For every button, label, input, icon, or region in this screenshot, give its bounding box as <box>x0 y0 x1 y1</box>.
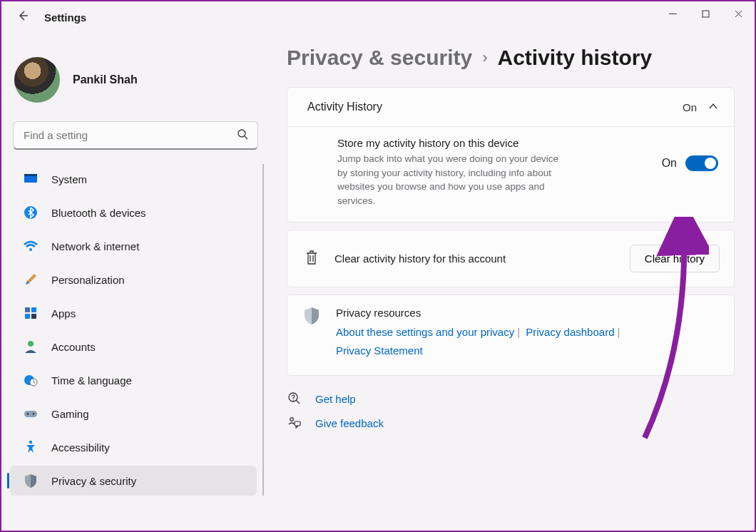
feedback-icon <box>287 416 302 430</box>
activity-history-header[interactable]: Activity History On <box>287 88 734 127</box>
paintbrush-icon <box>23 272 39 287</box>
link-about-settings[interactable]: About these settings and your privacy <box>336 326 514 338</box>
search-input[interactable] <box>13 121 258 150</box>
chevron-right-icon: › <box>482 48 487 67</box>
link-privacy-dashboard[interactable]: Privacy dashboard <box>526 326 614 338</box>
svg-rect-13 <box>25 314 30 319</box>
activity-history-card: Activity History On Store my activity hi… <box>287 87 735 222</box>
sidebar-item-apps[interactable]: Apps <box>10 298 257 328</box>
svg-rect-1 <box>703 11 709 17</box>
sidebar-item-label: Accessibility <box>51 441 110 454</box>
display-icon <box>23 171 39 187</box>
sidebar-item-personalization[interactable]: Personalization <box>10 265 257 295</box>
avatar <box>14 57 60 103</box>
svg-rect-12 <box>31 307 36 312</box>
minimize-button[interactable] <box>656 1 689 26</box>
apps-icon <box>23 305 39 321</box>
svg-point-21 <box>27 413 29 415</box>
sidebar-item-system[interactable]: System <box>10 164 257 194</box>
help-icon <box>287 392 302 406</box>
link-privacy-statement[interactable]: Privacy Statement <box>336 344 423 357</box>
window-controls <box>656 1 755 26</box>
sidebar-item-label: Apps <box>51 307 76 319</box>
sidebar-item-label: Network & internet <box>51 240 139 252</box>
sidebar-item-label: System <box>51 173 87 185</box>
svg-rect-8 <box>24 174 37 176</box>
clear-history-card: Clear activity history for this account … <box>287 230 735 287</box>
store-activity-toggle[interactable] <box>685 155 718 171</box>
svg-point-15 <box>28 341 34 347</box>
breadcrumb-parent[interactable]: Privacy & security <box>287 46 472 70</box>
toggle-label: On <box>662 157 677 170</box>
sidebar-item-network[interactable]: Network & internet <box>10 231 257 261</box>
page-title: Activity history <box>497 46 652 70</box>
svg-point-27 <box>290 418 294 421</box>
user-name: Pankil Shah <box>73 73 138 86</box>
back-button[interactable] <box>17 10 29 24</box>
sidebar-item-label: Privacy & security <box>51 475 136 487</box>
svg-line-6 <box>245 136 247 139</box>
sidebar-item-label: Gaming <box>51 408 89 420</box>
sidebar-item-privacy-security[interactable]: Privacy & security <box>10 466 257 496</box>
sidebar-item-bluetooth[interactable]: Bluetooth & devices <box>10 198 257 227</box>
card-title: Activity History <box>307 101 382 113</box>
give-feedback-link[interactable]: Give feedback <box>315 417 384 429</box>
clock-globe-icon <box>23 372 39 388</box>
svg-rect-14 <box>31 314 36 319</box>
shield-icon <box>23 473 39 488</box>
person-icon <box>23 339 39 354</box>
chevron-up-icon <box>708 101 718 113</box>
search-icon <box>237 128 248 143</box>
profile[interactable]: Pankil Shah <box>7 44 264 118</box>
privacy-resources-card: Privacy resources About these settings a… <box>287 295 735 376</box>
svg-rect-20 <box>24 411 37 417</box>
gamepad-icon <box>23 406 39 421</box>
clear-history-button[interactable]: Clear history <box>630 245 720 272</box>
svg-point-10 <box>29 248 32 251</box>
svg-rect-28 <box>295 421 300 426</box>
svg-rect-11 <box>25 307 30 312</box>
sidebar-item-time-language[interactable]: Time & language <box>10 365 257 395</box>
sidebar-item-label: Accounts <box>51 341 96 353</box>
resources-title: Privacy resources <box>336 307 623 319</box>
svg-point-22 <box>33 413 35 415</box>
close-button[interactable] <box>722 1 755 26</box>
breadcrumb: Privacy & security › Activity history <box>287 46 735 70</box>
sidebar-item-label: Time & language <box>51 374 132 387</box>
sidebar-item-accessibility[interactable]: Accessibility <box>10 432 257 462</box>
bluetooth-icon <box>23 205 39 220</box>
sidebar-item-label: Personalization <box>51 274 125 286</box>
trash-icon <box>305 250 319 268</box>
sidebar-item-gaming[interactable]: Gaming <box>10 399 257 429</box>
clear-history-label: Clear activity history for this account <box>334 252 614 265</box>
search-box[interactable] <box>13 121 258 150</box>
svg-point-25 <box>292 400 293 401</box>
shield-icon <box>303 307 320 328</box>
store-activity-title: Store my activity history on this device <box>337 137 551 149</box>
app-title: Settings <box>44 11 86 24</box>
store-activity-desc: Jump back into what you were doing on yo… <box>337 152 566 208</box>
maximize-button[interactable] <box>689 1 722 26</box>
svg-point-5 <box>238 130 245 137</box>
get-help-link[interactable]: Get help <box>315 393 356 405</box>
accessibility-icon <box>23 439 39 455</box>
svg-line-26 <box>296 400 300 404</box>
card-state: On <box>683 101 697 113</box>
sidebar-item-label: Bluetooth & devices <box>51 207 146 219</box>
wifi-icon <box>23 238 39 254</box>
svg-point-23 <box>29 441 32 444</box>
sidebar-item-accounts[interactable]: Accounts <box>10 332 257 362</box>
